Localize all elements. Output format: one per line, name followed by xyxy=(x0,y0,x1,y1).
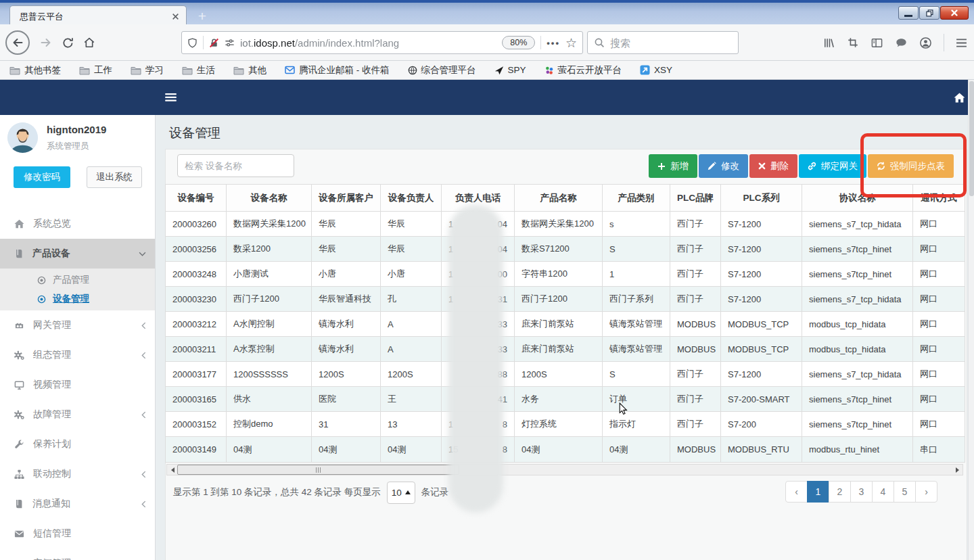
new-tab-button[interactable]: + xyxy=(192,7,212,24)
table-row[interactable]: 20000314904测04测04测15804测04测MODBUSMODBUS_… xyxy=(166,437,965,462)
scroll-left-arrow[interactable] xyxy=(167,465,178,475)
bookmark-item[interactable]: XSY xyxy=(640,65,672,75)
page-button-›[interactable]: › xyxy=(915,481,937,503)
shield-icon[interactable] xyxy=(187,38,198,48)
sidebar-item-网关管理[interactable]: 网关管理 xyxy=(0,310,156,340)
sidebar-item-消息通知[interactable]: 消息通知 xyxy=(0,489,156,519)
sidebar-toggle-icon[interactable] xyxy=(165,93,177,101)
table-row[interactable]: 200003256数采1200华辰华辰104数采S71200S西门子S7-120… xyxy=(166,237,965,262)
column-header-plc_brand[interactable]: PLC品牌 xyxy=(670,185,721,212)
sidebar-item-系统总览[interactable]: 系统总览 xyxy=(0,209,156,239)
cell-owner: 华辰 xyxy=(381,212,442,237)
cell-owner: 小唐 xyxy=(381,262,442,287)
sidebar-item-故障管理[interactable]: 故障管理 xyxy=(0,400,156,429)
xsy-icon xyxy=(640,65,650,75)
table-row[interactable]: 200003165供水医院王41水务订单西门子S7-200-SMARTsieme… xyxy=(166,387,965,412)
sidebar-subitem-产品管理[interactable]: 产品管理 xyxy=(0,271,156,289)
cell-id: 200003177 xyxy=(166,362,227,387)
table-row[interactable]: 200003152控制demo311318灯控系统指示灯西门子S7-200sie… xyxy=(166,412,965,437)
column-header-plc_series[interactable]: PLC系列 xyxy=(721,185,802,212)
table-row[interactable]: 200003230西门子1200华辰智通科技孔131西门子1200西门子系列西门… xyxy=(166,287,965,312)
page-button-3[interactable]: 3 xyxy=(850,481,873,503)
table-row[interactable]: 200003211A水泵控制镇海水利A33庶来门前泵站镇海泵站管理MODBUSM… xyxy=(166,337,965,362)
avatar[interactable] xyxy=(7,122,38,153)
column-header-category[interactable]: 产品类别 xyxy=(603,185,670,212)
table-row[interactable]: 2000031771200SSSSSS1200S1200S881200SS西门子… xyxy=(166,362,965,387)
page-scrollbar[interactable] xyxy=(968,80,974,560)
account-icon[interactable] xyxy=(919,37,932,49)
page-size-select[interactable]: 10 xyxy=(387,482,415,504)
minimize-button[interactable] xyxy=(898,6,919,20)
page-button-5[interactable]: 5 xyxy=(894,481,916,503)
home-button[interactable] xyxy=(83,37,95,49)
insecure-lock-icon[interactable] xyxy=(209,38,219,48)
browser-search-input[interactable] xyxy=(610,37,745,49)
sidebars-icon[interactable] xyxy=(871,37,883,49)
bookmark-label: 工作 xyxy=(94,64,112,76)
permissions-icon[interactable] xyxy=(225,38,235,48)
bookmark-item[interactable]: 其他书签 xyxy=(9,64,61,76)
sidebar-item-保养计划[interactable]: 保养计划 xyxy=(0,429,156,459)
restore-button[interactable] xyxy=(919,6,940,20)
column-header-product[interactable]: 产品名称 xyxy=(515,185,603,212)
page-button-2[interactable]: 2 xyxy=(829,481,851,503)
messages-icon[interactable] xyxy=(895,37,908,49)
menu-icon[interactable] xyxy=(956,39,967,47)
page-actions-icon[interactable]: ••• xyxy=(547,38,560,48)
bookmarks-bar: 其他书签工作学习生活其他腾讯企业邮箱 - 收件箱综合管理平台SPY萤石云开放平台… xyxy=(0,61,974,80)
bookmark-item[interactable]: SPY xyxy=(494,65,526,75)
logout-button[interactable]: 退出系统 xyxy=(87,166,142,188)
browser-search[interactable] xyxy=(587,31,739,54)
cell-product: 数采S71200 xyxy=(515,237,603,262)
horizontal-scrollbar[interactable] xyxy=(166,464,963,475)
zoom-level-badge[interactable]: 80% xyxy=(502,36,535,49)
sidebar-item-联动控制[interactable]: 联动控制 xyxy=(0,459,156,489)
bookmark-star-icon[interactable]: ☆ xyxy=(565,37,577,49)
bookmark-item[interactable]: 腾讯企业邮箱 - 收件箱 xyxy=(285,64,390,76)
scrollbar-thumb[interactable] xyxy=(177,465,459,475)
column-header-customer[interactable]: 设备所属客户 xyxy=(312,185,381,212)
cell-owner: 04测 xyxy=(381,437,442,462)
tab-close-icon[interactable] xyxy=(172,13,179,20)
column-header-owner[interactable]: 设备负责人 xyxy=(381,185,442,212)
app-home-icon[interactable] xyxy=(954,93,965,103)
sidebar-item-空间管理[interactable]: 空间管理 xyxy=(0,549,156,560)
sidebar-item-视频管理[interactable]: 视频管理 xyxy=(0,370,156,400)
device-search-input[interactable] xyxy=(177,154,294,177)
toolbar-button-绑定网关[interactable]: 绑定网关 xyxy=(799,154,866,178)
reload-button[interactable] xyxy=(62,37,74,49)
page-scrollbar-thumb[interactable] xyxy=(969,81,974,196)
toolbar-button-修改[interactable]: 修改 xyxy=(699,154,748,178)
column-header-name[interactable]: 设备名称 xyxy=(227,185,312,212)
scroll-right-arrow[interactable] xyxy=(952,465,963,475)
sidebar-item-组态管理[interactable]: 组态管理 xyxy=(0,340,156,370)
bookmark-item[interactable]: 学习 xyxy=(131,64,164,76)
change-password-button[interactable]: 修改密码 xyxy=(14,166,70,188)
bookmark-item[interactable]: 综合管理平台 xyxy=(408,64,476,76)
table-row[interactable]: 200003248小唐测试小唐小唐100字符串12001西门子S7-1200si… xyxy=(166,262,965,287)
forward-button[interactable] xyxy=(39,36,53,49)
bookmark-label: 综合管理平台 xyxy=(421,64,476,76)
table-row[interactable]: 200003260数据网关采集1200华辰华辰104数据网关采集1200s西门子… xyxy=(166,212,965,237)
bookmark-item[interactable]: 其他 xyxy=(233,64,266,76)
library-icon[interactable] xyxy=(822,37,835,49)
bookmark-item[interactable]: 萤石云开放平台 xyxy=(544,64,622,76)
close-button[interactable] xyxy=(940,6,969,20)
bookmark-item[interactable]: 工作 xyxy=(79,64,112,76)
toolbar-button-新增[interactable]: 新增 xyxy=(649,154,697,178)
toolbar-button-删除[interactable]: 删除 xyxy=(749,154,797,178)
back-button[interactable] xyxy=(5,30,30,55)
bookmark-item[interactable]: 生活 xyxy=(182,64,215,76)
screenshot-icon[interactable] xyxy=(847,37,859,49)
page-button-‹[interactable]: ‹ xyxy=(785,481,808,503)
column-header-id[interactable]: 设备编号 xyxy=(166,185,227,212)
sidebar-item-短信管理[interactable]: 短信管理 xyxy=(0,519,156,549)
page-button-4[interactable]: 4 xyxy=(872,481,894,503)
triangle-right-icon xyxy=(956,467,959,473)
cell-plc_series: S7-200-SMART xyxy=(721,387,802,412)
url-bar[interactable]: iot.idosp.net/admin/index.html?lang 80% … xyxy=(181,31,583,54)
page-button-1[interactable]: 1 xyxy=(807,481,829,503)
sidebar-subitem-设备管理[interactable]: 设备管理 xyxy=(0,289,156,308)
table-row[interactable]: 200003212A水闸控制镇海水利A33庶来门前泵站镇海泵站管理MODBUSM… xyxy=(166,312,965,337)
sidebar-item-产品设备[interactable]: 产品设备 xyxy=(0,239,156,269)
